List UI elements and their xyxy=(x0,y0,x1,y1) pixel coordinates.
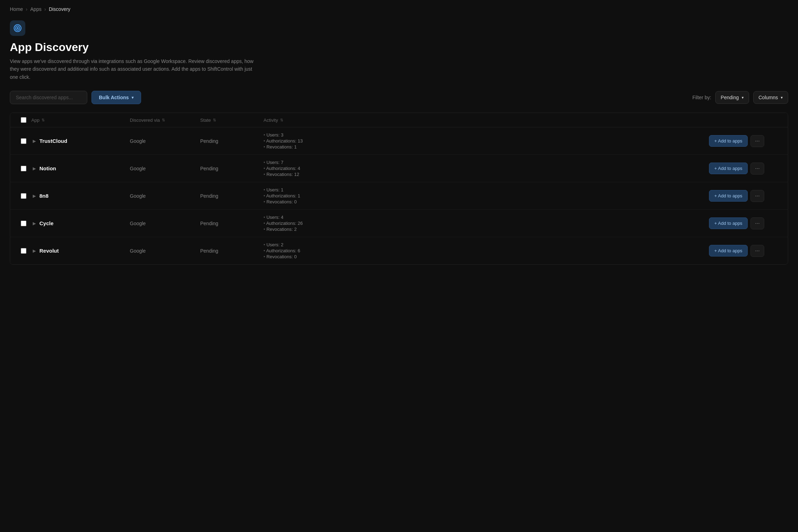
columns-chevron-icon: ▾ xyxy=(781,95,783,100)
app-name-text: Notion xyxy=(39,165,56,171)
app-name-cell: ▶ 8n8 xyxy=(31,192,130,200)
col-header-activity[interactable]: Activity ⇅ xyxy=(264,117,709,123)
discovered-via-cell: Google xyxy=(130,248,200,254)
row-checkbox-0[interactable] xyxy=(21,138,26,144)
target-icon xyxy=(13,24,22,32)
activity-cell: Users: 4Authorizations: 26Revocations: 2 xyxy=(264,215,709,232)
breadcrumb-sep-1: › xyxy=(26,6,27,12)
app-name-cell: ▶ Revolut xyxy=(31,247,130,255)
row-checkbox-1[interactable] xyxy=(21,166,26,171)
toolbar: Bulk Actions ▾ Filter by: Pending ▾ Colu… xyxy=(10,91,788,104)
col-header-state[interactable]: State ⇅ xyxy=(200,117,264,123)
row-checkbox-4[interactable] xyxy=(21,248,26,254)
activity-item: Revocations: 0 xyxy=(264,254,709,259)
more-options-button-1[interactable]: ··· xyxy=(750,163,764,175)
col-header-activity-label: Activity xyxy=(264,118,278,123)
activity-item: Revocations: 12 xyxy=(264,172,709,177)
app-name-text: 8n8 xyxy=(39,193,49,199)
search-input[interactable] xyxy=(10,91,87,104)
col-header-state-label: State xyxy=(200,118,211,123)
actions-cell: + Add to apps ··· xyxy=(709,217,765,229)
col-header-discovered[interactable]: Discovered via ⇅ xyxy=(130,117,200,123)
filter-dropdown[interactable]: Pending ▾ xyxy=(715,91,749,104)
actions-cell: + Add to apps ··· xyxy=(709,135,765,147)
more-options-button-4[interactable]: ··· xyxy=(750,245,764,257)
discovered-via-cell: Google xyxy=(130,166,200,171)
app-name-text: Revolut xyxy=(39,248,59,254)
activity-cell: Users: 2Authorizations: 6Revocations: 0 xyxy=(264,242,709,259)
state-cell: Pending xyxy=(200,138,264,144)
add-to-apps-button-3[interactable]: + Add to apps xyxy=(709,217,748,229)
bulk-actions-label: Bulk Actions xyxy=(99,95,129,100)
header-checkbox-wrap xyxy=(16,117,31,123)
breadcrumb-sep-2: › xyxy=(44,6,46,12)
more-options-button-2[interactable]: ··· xyxy=(750,190,764,202)
app-name-cell: ▶ Cycle xyxy=(31,220,130,227)
table-body: ▶ TrustCloud Google Pending Users: 3Auth… xyxy=(10,127,788,264)
actions-cell: + Add to apps ··· xyxy=(709,190,765,202)
add-to-apps-button-0[interactable]: + Add to apps xyxy=(709,135,748,147)
table-row: ▶ TrustCloud Google Pending Users: 3Auth… xyxy=(10,127,788,155)
row-checkbox-3[interactable] xyxy=(21,221,26,226)
row-checkbox-wrap xyxy=(16,248,31,254)
expand-button-0[interactable]: ▶ xyxy=(31,137,37,145)
svg-point-2 xyxy=(17,27,18,29)
app-name-cell: ▶ Notion xyxy=(31,165,130,172)
table-row: ▶ 8n8 Google Pending Users: 1Authorizati… xyxy=(10,182,788,210)
row-checkbox-wrap xyxy=(16,221,31,226)
filter-chevron-icon: ▾ xyxy=(742,95,744,100)
col-sort-app-icon: ⇅ xyxy=(42,118,45,122)
row-checkbox-2[interactable] xyxy=(21,193,26,199)
discovered-via-cell: Google xyxy=(130,221,200,226)
discovered-via-cell: Google xyxy=(130,193,200,199)
state-cell: Pending xyxy=(200,221,264,226)
activity-item: Authorizations: 26 xyxy=(264,221,709,226)
breadcrumb-home[interactable]: Home xyxy=(10,6,23,12)
table-row: ▶ Notion Google Pending Users: 7Authoriz… xyxy=(10,155,788,182)
app-name-text: Cycle xyxy=(39,220,53,226)
breadcrumb: Home › Apps › Discovery xyxy=(10,6,788,12)
select-all-checkbox[interactable] xyxy=(21,117,26,123)
expand-button-2[interactable]: ▶ xyxy=(31,192,37,200)
discovered-via-cell: Google xyxy=(130,138,200,144)
state-cell: Pending xyxy=(200,193,264,199)
activity-item: Authorizations: 1 xyxy=(264,193,709,198)
actions-cell: + Add to apps ··· xyxy=(709,245,765,257)
col-header-app-label: App xyxy=(31,118,39,123)
col-header-app[interactable]: App ⇅ xyxy=(31,117,130,123)
activity-cell: Users: 7Authorizations: 4Revocations: 12 xyxy=(264,160,709,177)
expand-button-4[interactable]: ▶ xyxy=(31,247,37,255)
activity-item: Users: 3 xyxy=(264,132,709,138)
page-description: View apps we've discovered through via i… xyxy=(10,57,256,81)
col-sort-activity-icon: ⇅ xyxy=(280,118,283,122)
col-sort-state-icon: ⇅ xyxy=(213,118,216,122)
breadcrumb-apps[interactable]: Apps xyxy=(30,6,42,12)
apps-table: App ⇅ Discovered via ⇅ State ⇅ Activity … xyxy=(10,113,788,265)
activity-item: Revocations: 1 xyxy=(264,144,709,150)
page-icon xyxy=(10,20,25,36)
state-cell: Pending xyxy=(200,248,264,254)
activity-cell: Users: 3Authorizations: 13Revocations: 1 xyxy=(264,132,709,150)
bulk-actions-button[interactable]: Bulk Actions ▾ xyxy=(91,91,141,104)
more-options-button-0[interactable]: ··· xyxy=(750,135,764,147)
app-name-text: TrustCloud xyxy=(39,138,67,144)
columns-button[interactable]: Columns ▾ xyxy=(753,91,788,104)
filter-value: Pending xyxy=(721,95,739,100)
state-cell: Pending xyxy=(200,166,264,171)
expand-button-1[interactable]: ▶ xyxy=(31,165,37,172)
activity-item: Revocations: 0 xyxy=(264,199,709,204)
activity-item: Authorizations: 13 xyxy=(264,138,709,144)
activity-cell: Users: 1Authorizations: 1Revocations: 0 xyxy=(264,187,709,204)
add-to-apps-button-4[interactable]: + Add to apps xyxy=(709,245,748,256)
col-header-discovered-label: Discovered via xyxy=(130,118,160,123)
table-row: ▶ Cycle Google Pending Users: 4Authoriza… xyxy=(10,210,788,237)
expand-button-3[interactable]: ▶ xyxy=(31,220,37,227)
columns-label: Columns xyxy=(759,95,778,100)
bulk-actions-chevron-icon: ▾ xyxy=(132,95,134,100)
activity-item: Revocations: 2 xyxy=(264,227,709,232)
activity-item: Authorizations: 6 xyxy=(264,248,709,253)
activity-item: Authorizations: 4 xyxy=(264,166,709,171)
more-options-button-3[interactable]: ··· xyxy=(750,217,764,229)
add-to-apps-button-2[interactable]: + Add to apps xyxy=(709,190,748,202)
add-to-apps-button-1[interactable]: + Add to apps xyxy=(709,163,748,174)
